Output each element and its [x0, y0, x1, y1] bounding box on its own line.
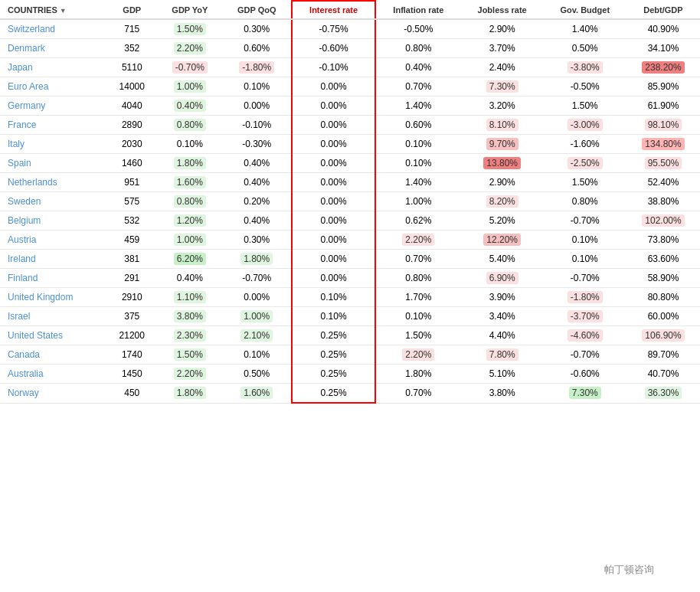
column-header-countries[interactable]: COUNTRIES ▼ — [0, 1, 106, 19]
country-cell[interactable]: Netherlands — [0, 173, 106, 192]
country-link[interactable]: Netherlands — [8, 177, 57, 188]
gdp-cell: 2910 — [106, 288, 157, 307]
jobless-rate-cell: 3.40% — [461, 307, 544, 326]
gov-budget-cell: 0.50% — [544, 39, 626, 58]
country-cell[interactable]: United States — [0, 326, 106, 345]
gdp-cell: 375 — [106, 307, 157, 326]
gdp-qoq-cell: 1.80% — [222, 250, 292, 269]
interest-rate-cell: 0.10% — [292, 307, 375, 326]
column-header-gdp[interactable]: GDP — [106, 1, 157, 19]
gdp-qoq-cell: 1.60% — [222, 384, 292, 404]
debt-gdp-cell: 102.00% — [626, 211, 700, 231]
country-link[interactable]: Finland — [8, 273, 38, 283]
country-link[interactable]: Canada — [8, 349, 40, 360]
jobless-rate-cell: 3.70% — [461, 39, 544, 58]
inflation-rate-cell: 0.10% — [375, 154, 461, 173]
country-link[interactable]: Israel — [8, 311, 30, 322]
debt-gdp-cell: 60.00% — [626, 307, 700, 326]
country-cell[interactable]: Denmark — [0, 39, 106, 58]
country-link[interactable]: Austria — [8, 234, 36, 245]
jobless-rate-cell: 5.40% — [461, 250, 544, 269]
table-row: Belgium5321.20%0.40%0.00%0.62%5.20%-0.70… — [0, 211, 700, 231]
interest-rate-cell: 0.25% — [292, 365, 375, 384]
country-cell[interactable]: Euro Area — [0, 77, 106, 96]
column-header-jobless-rate[interactable]: Jobless rate — [461, 1, 544, 19]
country-link[interactable]: Italy — [8, 139, 25, 149]
gdp-cell: 575 — [106, 192, 157, 211]
country-link[interactable]: Australia — [8, 368, 44, 379]
gdp-qoq-cell: -0.70% — [222, 269, 292, 288]
country-cell[interactable]: Belgium — [0, 211, 106, 231]
gdp-qoq-cell: -0.10% — [222, 116, 292, 135]
country-link[interactable]: France — [8, 119, 36, 130]
country-cell[interactable]: Ireland — [0, 250, 106, 269]
gdp-qoq-cell: 0.10% — [222, 345, 292, 365]
country-link[interactable]: Japan — [8, 62, 33, 73]
column-header-inflation-rate[interactable]: Inflation rate — [375, 1, 461, 19]
country-link[interactable]: United States — [8, 330, 63, 341]
country-cell[interactable]: Germany — [0, 96, 106, 116]
gdp-yoy-cell: 1.20% — [157, 211, 222, 231]
country-link[interactable]: Sweden — [8, 196, 41, 207]
gov-budget-cell: 0.80% — [544, 192, 626, 211]
table-row: Israel3753.80%1.00%0.10%0.10%3.40%-3.70%… — [0, 307, 700, 326]
interest-rate-cell: 0.25% — [292, 384, 375, 404]
country-cell[interactable]: Switzerland — [0, 19, 106, 39]
gov-budget-cell: -4.60% — [544, 326, 626, 345]
gdp-cell: 4040 — [106, 96, 157, 116]
country-link[interactable]: Ireland — [8, 253, 36, 264]
table-row: Norway4501.80%1.60%0.25%0.70%3.80%7.30%3… — [0, 384, 700, 404]
jobless-rate-cell: 7.30% — [461, 77, 544, 96]
country-cell[interactable]: Israel — [0, 307, 106, 326]
gdp-qoq-cell: 0.50% — [222, 365, 292, 384]
country-link[interactable]: United Kingdom — [8, 292, 73, 303]
column-header-debt/gdp[interactable]: Debt/GDP — [626, 1, 700, 19]
debt-gdp-cell: 73.80% — [626, 231, 700, 250]
debt-gdp-cell: 36.30% — [626, 384, 700, 404]
inflation-rate-cell: 1.70% — [375, 288, 461, 307]
jobless-rate-cell: 7.80% — [461, 345, 544, 365]
country-link[interactable]: Euro Area — [8, 81, 48, 92]
country-cell[interactable]: France — [0, 116, 106, 135]
sort-icon[interactable]: ▼ — [60, 7, 67, 15]
gov-budget-cell: -0.70% — [544, 345, 626, 365]
gov-budget-cell: 1.50% — [544, 96, 626, 116]
country-link[interactable]: Spain — [8, 158, 31, 168]
table-row: Ireland3816.20%1.80%0.00%0.70%5.40%0.10%… — [0, 250, 700, 269]
jobless-rate-cell: 2.90% — [461, 19, 544, 39]
gdp-yoy-cell: 0.80% — [157, 192, 222, 211]
country-cell[interactable]: Japan — [0, 58, 106, 77]
country-link[interactable]: Germany — [8, 100, 45, 111]
country-cell[interactable]: Spain — [0, 154, 106, 173]
column-header-gdp-qoq[interactable]: GDP QoQ — [222, 1, 292, 19]
country-cell[interactable]: Finland — [0, 269, 106, 288]
gdp-qoq-cell: 0.10% — [222, 77, 292, 96]
gdp-qoq-cell: 0.20% — [222, 192, 292, 211]
gdp-qoq-cell: -1.80% — [222, 58, 292, 77]
country-link[interactable]: Switzerland — [8, 24, 55, 34]
gov-budget-cell: -3.00% — [544, 116, 626, 135]
column-header-gdp-yoy[interactable]: GDP YoY — [157, 1, 222, 19]
gdp-yoy-cell: 0.40% — [157, 96, 222, 116]
country-cell[interactable]: United Kingdom — [0, 288, 106, 307]
country-cell[interactable]: Norway — [0, 384, 106, 404]
gdp-cell: 381 — [106, 250, 157, 269]
debt-gdp-cell: 85.90% — [626, 77, 700, 96]
country-cell[interactable]: Sweden — [0, 192, 106, 211]
country-link[interactable]: Denmark — [8, 43, 45, 54]
country-cell[interactable]: Australia — [0, 365, 106, 384]
inflation-rate-cell: 1.40% — [375, 96, 461, 116]
country-cell[interactable]: Italy — [0, 135, 106, 154]
country-link[interactable]: Belgium — [8, 215, 41, 226]
column-header-gov.-budget[interactable]: Gov. Budget — [544, 1, 626, 19]
gdp-cell: 1460 — [106, 154, 157, 173]
table-row: Italy20300.10%-0.30%0.00%0.10%9.70%-1.60… — [0, 135, 700, 154]
column-header-interest-rate[interactable]: Interest rate — [292, 1, 375, 19]
gdp-yoy-cell: 1.80% — [157, 384, 222, 404]
jobless-rate-cell: 13.80% — [461, 154, 544, 173]
interest-rate-cell: 0.00% — [292, 135, 375, 154]
gdp-yoy-cell: 1.50% — [157, 19, 222, 39]
country-cell[interactable]: Austria — [0, 231, 106, 250]
country-link[interactable]: Norway — [8, 388, 39, 398]
country-cell[interactable]: Canada — [0, 345, 106, 365]
